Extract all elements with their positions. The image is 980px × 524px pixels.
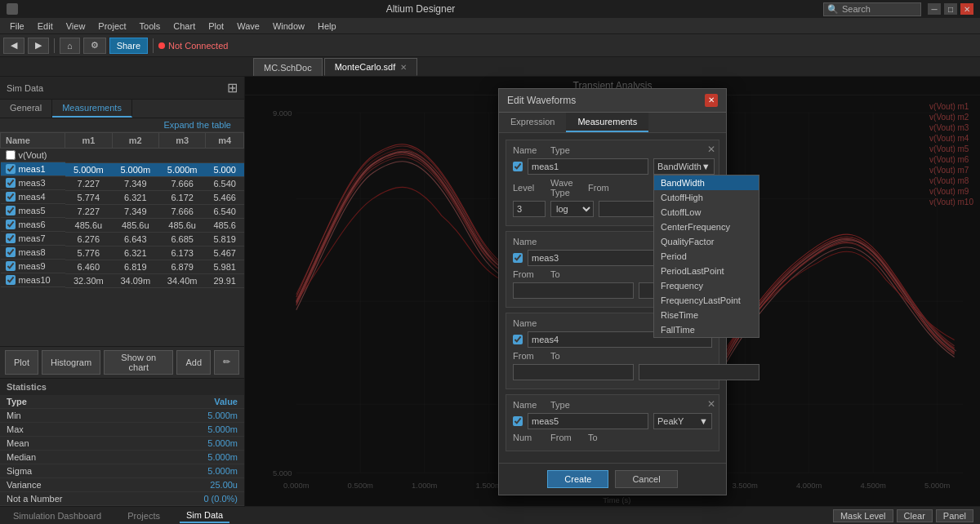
table-cell-m4: 5.000 — [206, 162, 244, 176]
plot-button[interactable]: Plot — [5, 350, 38, 375]
table-row[interactable]: meas37.2277.3497.6666.540 — [1, 176, 244, 190]
minimize-button[interactable]: ─ — [928, 3, 941, 15]
menu-view[interactable]: View — [60, 20, 92, 33]
mask-level-button[interactable]: Mask Level — [833, 509, 893, 522]
dropdown-max[interactable]: Max — [654, 337, 759, 338]
toolbar-settings[interactable]: ⚙ — [83, 38, 106, 54]
table-row[interactable]: meas85.7766.3216.1735.467 — [1, 246, 244, 260]
menu-plot[interactable]: Plot — [202, 20, 230, 33]
row-checkbox-8[interactable] — [6, 261, 16, 271]
modal-close-button[interactable]: ✕ — [705, 94, 718, 107]
toolbar-home[interactable]: ⌂ — [60, 38, 80, 54]
tab-measurements[interactable]: Measurements — [52, 100, 132, 118]
panel-button[interactable]: Panel — [936, 509, 973, 522]
status-simulation-dashboard[interactable]: Simulation Dashboard — [7, 509, 108, 522]
search-icon: 🔍 — [827, 4, 839, 15]
dropdown-periodlastpoint[interactable]: PeriodLastPoint — [654, 264, 759, 278]
meas5-checkbox[interactable] — [513, 416, 523, 426]
histogram-button[interactable]: Histogram — [42, 350, 100, 375]
row-checkbox-0[interactable] — [6, 150, 16, 160]
meas1-wavetype-select[interactable]: loglinear — [550, 201, 594, 217]
meas3-checkbox[interactable] — [513, 253, 523, 263]
stat-type: Sigma — [0, 464, 145, 478]
row-checkbox-7[interactable] — [6, 247, 16, 257]
dropdown-risetime[interactable]: RiseTime — [654, 308, 759, 322]
panel-pin-icon[interactable]: ⊞ — [227, 80, 238, 95]
meas5-type-dropdown[interactable]: PeakY ▼ — [653, 413, 712, 429]
row-checkbox-5[interactable] — [6, 220, 16, 229]
row-checkbox-4[interactable] — [6, 206, 16, 215]
menu-window[interactable]: Window — [266, 20, 311, 33]
expand-table-link[interactable]: Expand the table — [157, 117, 238, 133]
row-name: meas10 — [19, 275, 51, 285]
row-checkbox-3[interactable] — [6, 192, 16, 202]
dropdown-falltime[interactable]: FallTime — [654, 322, 759, 337]
row-checkbox-9[interactable] — [6, 275, 16, 285]
meas4-to-input[interactable] — [639, 364, 760, 380]
stat-row: Median5.000m — [0, 451, 244, 464]
meas1-checkbox[interactable] — [513, 162, 523, 171]
toolbar-back[interactable]: ◀ — [3, 38, 24, 54]
meas1-name-input[interactable] — [528, 158, 648, 175]
status-sim-data[interactable]: Sim Data — [180, 508, 229, 523]
create-button[interactable]: Create — [547, 470, 608, 488]
tab-general[interactable]: General — [0, 100, 52, 118]
type-label: Type — [550, 145, 583, 155]
dropdown-freqlastpoint[interactable]: FrequencyLastPoint — [654, 293, 759, 308]
table-cell-m1 — [65, 149, 112, 163]
tab-measurements-modal[interactable]: Measurements — [566, 113, 648, 132]
meas-row-1-close[interactable]: ✕ — [707, 144, 715, 155]
row-checkbox-2[interactable] — [6, 178, 16, 188]
add-button[interactable]: Add — [176, 350, 211, 375]
menu-project[interactable]: Project — [91, 20, 132, 33]
menu-file[interactable]: File — [3, 20, 31, 33]
dropdown-period[interactable]: Period — [654, 249, 759, 264]
dropdown-frequency[interactable]: Frequency — [654, 278, 759, 293]
tab-close-icon[interactable]: ✕ — [400, 63, 407, 72]
toolbar-forward[interactable]: ▶ — [28, 38, 49, 54]
share-button[interactable]: Share — [109, 38, 148, 54]
maximize-button[interactable]: □ — [944, 3, 957, 15]
table-row[interactable]: meas76.2766.6436.6855.819 — [1, 232, 244, 246]
stat-type: Mean — [0, 437, 145, 451]
dropdown-bandwidth[interactable]: BandWidth — [654, 175, 759, 190]
meas1-type-dropdown[interactable]: BandWidth ▼ — [653, 158, 715, 175]
row-checkbox-6[interactable] — [6, 233, 16, 243]
edit-button[interactable]: ✏ — [214, 350, 239, 375]
meas3-from-input[interactable] — [513, 282, 634, 299]
menu-wave[interactable]: Wave — [230, 20, 266, 33]
menu-help[interactable]: Help — [311, 20, 343, 33]
dropdown-cutoffhigh[interactable]: CutoffHigh — [654, 190, 759, 205]
table-row[interactable]: meas57.2277.3497.6666.540 — [1, 204, 244, 218]
table-row[interactable]: meas1032.30m34.09m34.40m29.91 — [1, 273, 244, 287]
table-cell-m2: 34.09m — [112, 273, 158, 287]
menu-chart[interactable]: Chart — [167, 20, 202, 33]
table-cell-m2: 5.000m — [112, 162, 158, 176]
table-row[interactable]: meas15.000m5.000m5.000m5.000 — [1, 162, 244, 176]
dropdown-qualityfactor[interactable]: QualityFactor — [654, 234, 759, 249]
tab-expression[interactable]: Expression — [499, 113, 566, 132]
tab-montecarlo[interactable]: MonteCarlo.sdf ✕ — [324, 58, 418, 76]
cancel-button[interactable]: Cancel — [615, 470, 677, 488]
meas4-checkbox[interactable] — [513, 335, 523, 344]
clear-button[interactable]: Clear — [897, 509, 933, 522]
menu-edit[interactable]: Edit — [31, 20, 60, 33]
meas4-from-input[interactable] — [513, 364, 634, 380]
meas-row-4-close[interactable]: ✕ — [707, 398, 715, 410]
menu-tools[interactable]: Tools — [133, 20, 167, 33]
table-row[interactable]: meas45.7746.3216.1725.466 — [1, 190, 244, 204]
meas5-name-input[interactable] — [528, 413, 648, 429]
close-button[interactable]: ✕ — [960, 3, 973, 15]
table-row[interactable]: v(Vout) — [1, 149, 244, 163]
dropdown-centerfreq[interactable]: CenterFrequency — [654, 220, 759, 234]
row-checkbox-1[interactable] — [6, 164, 16, 174]
meas1-level-input[interactable] — [513, 201, 546, 217]
dropdown-cutofflow[interactable]: CutoffLow — [654, 205, 759, 220]
table-row[interactable]: meas96.4606.8196.8795.981 — [1, 260, 244, 273]
tab-mcschdoc[interactable]: MC.SchDoc — [253, 58, 323, 76]
search-box[interactable]: 🔍 Search — [823, 2, 921, 16]
status-projects[interactable]: Projects — [121, 509, 167, 522]
left-panel: Sim Data ⊞ General Measurements Expand t… — [0, 77, 245, 506]
table-row[interactable]: meas6485.6u485.6u485.6u485.6 — [1, 218, 244, 232]
show-on-chart-button[interactable]: Show on chart — [104, 350, 173, 375]
